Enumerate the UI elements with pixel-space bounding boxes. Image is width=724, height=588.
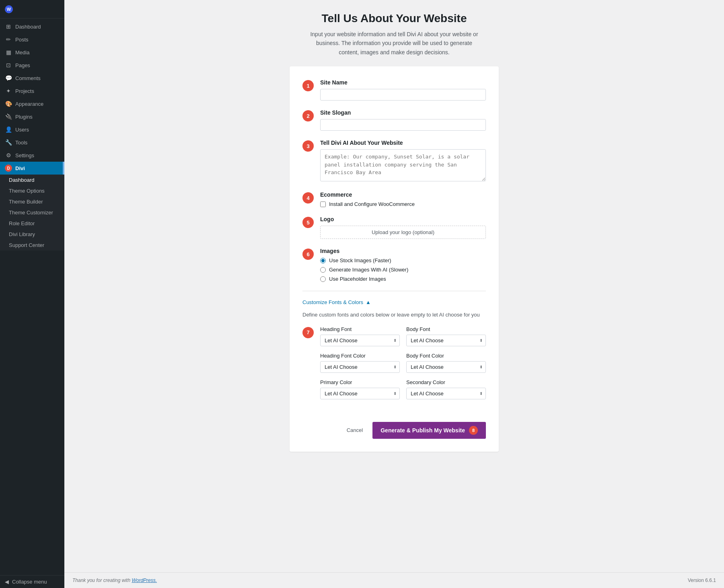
sidebar-item-tools[interactable]: 🔧 Tools: [0, 136, 64, 149]
body-font-select[interactable]: Let AI Choose: [406, 335, 486, 346]
site-name-input[interactable]: [320, 89, 486, 101]
step6-section: 6 Images Use Stock Images (Faster) Gener…: [302, 248, 486, 282]
wordpress-icon: W: [5, 5, 13, 13]
primary-color-field: Primary Color Let AI Choose ⬍: [320, 379, 400, 399]
site-name-label: Site Name: [320, 79, 486, 86]
images-placeholder-radio[interactable]: [320, 276, 326, 282]
footer-text: Thank you for creating with WordPress.: [72, 578, 157, 583]
woocommerce-checkbox-row[interactable]: Install and Configure WooCommerce: [320, 201, 486, 207]
images-label: Images: [320, 248, 486, 254]
sidebar-label-appearance: Appearance: [15, 101, 43, 107]
step4-badge: 4: [302, 192, 314, 204]
images-placeholder-option[interactable]: Use Placeholder Images: [320, 276, 486, 282]
font-colors-grid: Heading Font Color Let AI Choose ⬍ Body …: [320, 353, 486, 373]
primary-color-select[interactable]: Let AI Choose: [320, 388, 400, 399]
step1-section: 1 Site Name: [302, 79, 486, 101]
footer-text-before: Thank you for creating with: [72, 578, 132, 583]
footer-bar: Thank you for creating with WordPress. V…: [64, 572, 724, 588]
collapse-menu-button[interactable]: ◀ Collapse menu: [0, 575, 64, 588]
heading-font-select-wrapper: Let AI Choose ⬍: [320, 335, 400, 346]
plugins-icon: 🔌: [5, 113, 12, 120]
primary-color-label: Primary Color: [320, 379, 400, 385]
divi-label: Divi: [15, 165, 25, 171]
step3-content: Tell Divi AI About Your Website: [320, 140, 486, 183]
images-placeholder-label: Use Placeholder Images: [329, 276, 386, 282]
body-font-label: Body Font: [406, 326, 486, 332]
wordpress-footer-link[interactable]: WordPress.: [132, 578, 157, 583]
projects-icon: ✦: [5, 87, 12, 95]
sidebar-sub-theme-options[interactable]: Theme Options: [0, 185, 64, 196]
customize-fonts-toggle[interactable]: Customize Fonts & Colors ▲: [302, 298, 486, 307]
sidebar-sub-role-editor[interactable]: Role Editor: [0, 218, 64, 229]
sidebar-navigation: ⊞ Dashboard ✏ Posts ▦ Media ⊡ Pages 💬 Co…: [0, 19, 64, 575]
site-slogan-label: Site Slogan: [320, 109, 486, 116]
heading-font-color-select[interactable]: Let AI Choose: [320, 361, 400, 373]
secondary-color-select[interactable]: Let AI Choose: [406, 388, 486, 399]
fonts-colors-description: Define custom fonts and colors below or …: [302, 311, 486, 319]
generate-publish-button[interactable]: Generate & Publish My Website 8: [372, 422, 486, 439]
site-slogan-input[interactable]: [320, 119, 486, 131]
chevron-up-icon: ▲: [366, 299, 371, 305]
sidebar-item-appearance[interactable]: 🎨 Appearance: [0, 97, 64, 110]
ai-description-textarea[interactable]: [320, 149, 486, 181]
secondary-color-select-wrapper: Let AI Choose ⬍: [406, 388, 486, 399]
images-stock-radio[interactable]: [320, 258, 326, 263]
generate-publish-label: Generate & Publish My Website: [381, 427, 465, 434]
step1-badge: 1: [302, 80, 314, 91]
main-content: Tell Us About Your Website Input your we…: [64, 0, 724, 588]
customize-fonts-label: Customize Fonts & Colors: [302, 299, 363, 305]
sidebar-item-media[interactable]: ▦ Media: [0, 46, 64, 59]
heading-font-field: Heading Font Let AI Choose ⬍: [320, 326, 400, 346]
body-font-color-select[interactable]: Let AI Choose: [406, 361, 486, 373]
images-stock-option[interactable]: Use Stock Images (Faster): [320, 257, 486, 263]
sidebar-sub-theme-customizer[interactable]: Theme Customizer: [0, 207, 64, 218]
appearance-icon: 🎨: [5, 100, 12, 107]
sidebar-sub-divi-dashboard[interactable]: Dashboard: [0, 175, 64, 185]
heading-font-color-select-wrapper: Let AI Choose ⬍: [320, 361, 400, 373]
sidebar-label-projects: Projects: [15, 88, 34, 94]
step7-badge: 7: [302, 327, 314, 338]
step6-content: Images Use Stock Images (Faster) Generat…: [320, 248, 486, 282]
divi-header[interactable]: D Divi: [0, 162, 64, 175]
sidebar-item-dashboard[interactable]: ⊞ Dashboard: [0, 20, 64, 33]
dashboard-icon: ⊞: [5, 23, 12, 30]
step5-section: 5 Logo Upload your logo (optional): [302, 216, 486, 239]
sidebar-item-posts[interactable]: ✏ Posts: [0, 33, 64, 46]
sidebar-item-plugins[interactable]: 🔌 Plugins: [0, 110, 64, 123]
images-ai-option[interactable]: Generate Images With AI (Slower): [320, 267, 486, 273]
sidebar-label-tools: Tools: [15, 140, 27, 146]
primary-color-select-wrapper: Let AI Choose ⬍: [320, 388, 400, 399]
sidebar-sub-divi-library[interactable]: Divi Library: [0, 229, 64, 240]
sidebar-item-users[interactable]: 👤 Users: [0, 123, 64, 136]
body-font-color-select-wrapper: Let AI Choose ⬍: [406, 361, 486, 373]
cancel-button[interactable]: Cancel: [342, 425, 368, 436]
woocommerce-checkbox[interactable]: [320, 201, 326, 207]
sidebar-logo: W: [0, 0, 64, 19]
step4-section: 4 Ecommerce Install and Configure WooCom…: [302, 191, 486, 207]
sidebar-label-plugins: Plugins: [15, 114, 33, 120]
page-title: Tell Us About Your Website: [322, 12, 467, 25]
images-ai-label: Generate Images With AI (Slower): [329, 267, 408, 273]
sidebar-sub-support-center[interactable]: Support Center: [0, 240, 64, 251]
sidebar-label-media: Media: [15, 49, 29, 56]
heading-font-select[interactable]: Let AI Choose: [320, 335, 400, 346]
images-ai-radio[interactable]: [320, 267, 326, 273]
body-font-select-wrapper: Let AI Choose ⬍: [406, 335, 486, 346]
step2-section: 2 Site Slogan: [302, 109, 486, 131]
sidebar-item-comments[interactable]: 💬 Comments: [0, 72, 64, 84]
users-icon: 👤: [5, 126, 12, 133]
body-font-field: Body Font Let AI Choose ⬍: [406, 326, 486, 346]
sidebar-item-settings[interactable]: ⚙ Settings: [0, 149, 64, 162]
sidebar-sub-theme-builder[interactable]: Theme Builder: [0, 196, 64, 207]
ai-description-label: Tell Divi AI About Your Website: [320, 140, 486, 146]
step3-badge: 3: [302, 140, 314, 152]
step5-content: Logo Upload your logo (optional): [320, 216, 486, 239]
sidebar-item-projects[interactable]: ✦ Projects: [0, 84, 64, 97]
sidebar-label-dashboard: Dashboard: [15, 24, 41, 30]
sidebar-item-pages[interactable]: ⊡ Pages: [0, 59, 64, 72]
divider: [302, 291, 486, 291]
sidebar-label-pages: Pages: [15, 62, 30, 68]
woocommerce-checkbox-label: Install and Configure WooCommerce: [329, 201, 415, 207]
step7-section: 7 Heading Font Let AI Choose ⬍: [302, 326, 486, 406]
logo-upload-button[interactable]: Upload your logo (optional): [320, 226, 486, 239]
